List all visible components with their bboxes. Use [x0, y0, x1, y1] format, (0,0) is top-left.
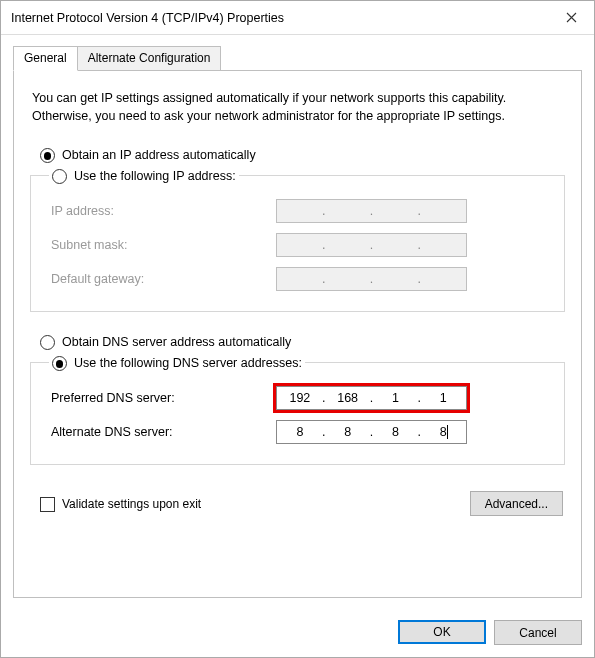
tab-alternate[interactable]: Alternate Configuration [78, 46, 222, 71]
field-ip-address: IP address: ... [51, 199, 550, 223]
input-default-gateway: ... [276, 267, 467, 291]
radio-icon [40, 148, 55, 163]
radio-label: Obtain DNS server address automatically [62, 335, 291, 349]
label-preferred-dns: Preferred DNS server: [51, 391, 276, 405]
label-ip-address: IP address: [51, 204, 276, 218]
advanced-button[interactable]: Advanced... [470, 491, 563, 516]
titlebar: Internet Protocol Version 4 (TCP/IPv4) P… [1, 1, 594, 35]
radio-label: Use the following DNS server addresses: [74, 356, 302, 370]
cancel-button[interactable]: Cancel [494, 620, 582, 645]
input-preferred-dns[interactable]: 192. 168. 1. 1 [276, 386, 467, 410]
dialog-window: Internet Protocol Version 4 (TCP/IPv4) P… [0, 0, 595, 658]
radio-use-dns-manual[interactable]: Use the following DNS server addresses: [52, 355, 302, 370]
window-title: Internet Protocol Version 4 (TCP/IPv4) P… [11, 11, 548, 25]
tabstrip: General Alternate Configuration [13, 46, 582, 71]
radio-label: Use the following IP address: [74, 169, 236, 183]
label-default-gateway: Default gateway: [51, 272, 276, 286]
radio-obtain-ip-auto[interactable]: Obtain an IP address automatically [40, 147, 565, 162]
bottom-row: Validate settings upon exit Advanced... [40, 491, 563, 516]
close-icon [566, 12, 577, 23]
checkbox-validate[interactable]: Validate settings upon exit [40, 496, 201, 511]
field-subnet-mask: Subnet mask: ... [51, 233, 550, 257]
label-alternate-dns: Alternate DNS server: [51, 425, 276, 439]
field-alternate-dns: Alternate DNS server: 8. 8. 8. 8 [51, 420, 550, 444]
radio-obtain-dns-auto[interactable]: Obtain DNS server address automatically [40, 334, 565, 349]
footer-buttons: OK Cancel [1, 610, 594, 657]
input-ip-address: ... [276, 199, 467, 223]
label-subnet-mask: Subnet mask: [51, 238, 276, 252]
input-alternate-dns[interactable]: 8. 8. 8. 8 [276, 420, 467, 444]
radio-icon [40, 335, 55, 350]
group-ip-manual: Use the following IP address: IP address… [30, 168, 565, 312]
close-button[interactable] [548, 1, 594, 35]
radio-label: Obtain an IP address automatically [62, 148, 256, 162]
intro-text: You can get IP settings assigned automat… [32, 89, 563, 125]
radio-icon [52, 169, 67, 184]
field-preferred-dns: Preferred DNS server: 192. 168. 1. 1 [51, 386, 550, 410]
input-subnet-mask: ... [276, 233, 467, 257]
checkbox-icon [40, 497, 55, 512]
tabpanel-general: You can get IP settings assigned automat… [13, 70, 582, 598]
field-default-gateway: Default gateway: ... [51, 267, 550, 291]
checkbox-label: Validate settings upon exit [62, 497, 201, 511]
ok-button[interactable]: OK [398, 620, 486, 644]
radio-use-ip-manual[interactable]: Use the following IP address: [52, 168, 236, 183]
radio-icon [52, 356, 67, 371]
group-dns-manual: Use the following DNS server addresses: … [30, 355, 565, 465]
client-area: General Alternate Configuration You can … [1, 35, 594, 610]
tab-general[interactable]: General [13, 46, 78, 71]
